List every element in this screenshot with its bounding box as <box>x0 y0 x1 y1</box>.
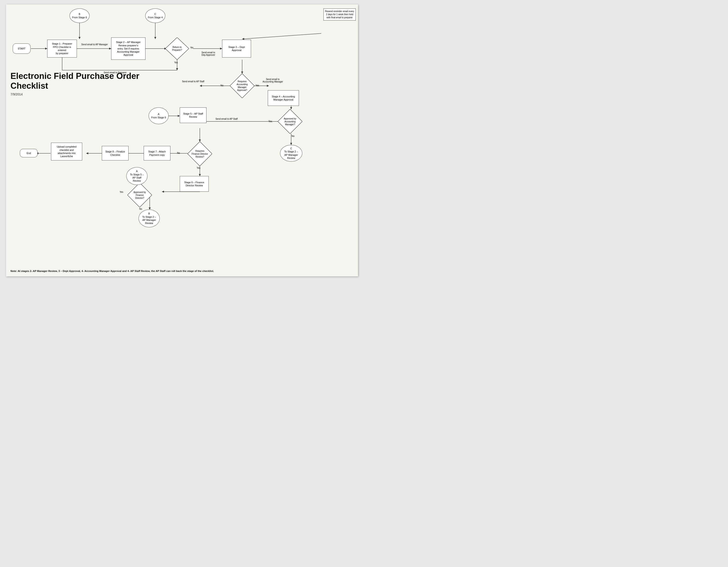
node-start: START <box>13 43 31 54</box>
label-no-approved-acct: No <box>292 135 294 137</box>
node-stage6: Stage 6 – FinanceDirector Review <box>180 176 209 192</box>
node-c-from-stage4: CFrom Stage 4 <box>145 8 165 23</box>
page: BFrom Stage 6 CFrom Stage 4 Resend remin… <box>6 4 358 276</box>
node-stage5: Stage 5 – AP StaffReview <box>180 107 207 123</box>
node-upload-laser: Upload completedchecklist andattachments… <box>51 143 82 160</box>
label-send-email-dep: Send email toDep Approver <box>196 51 221 56</box>
node-b-from-stage6: BFrom Stage 6 <box>70 8 90 23</box>
node-a-from-stage6: AFrom Stage 6 <box>149 107 169 124</box>
node-approved-acct: Approved byAccountingManager? <box>278 109 302 134</box>
label-no-return: No <box>190 46 193 49</box>
label-send-email-ap-staff1: Send email to AP Staff <box>180 80 207 83</box>
node-approved-findir: Approved byFinanceDirector? <box>127 183 152 207</box>
date-label: 7/9/2014 <box>10 92 139 96</box>
node-a-to-stage5: ATo Stage 5 –AP StaffReview <box>126 167 147 185</box>
node-stage3: Stage 3 – DeptApproval <box>222 40 251 57</box>
node-requires-findir: RequiresFinance DirectorReview? <box>188 141 212 166</box>
node-requires-acct: RequiresAccountingManagerApproval? <box>230 74 254 98</box>
label-no-findir-approved: No <box>139 208 142 210</box>
label-send-email-ap-mgr: Send email to AP Manager <box>80 43 110 46</box>
page-title: Electronic Field Purchase OrderChecklist <box>10 71 139 91</box>
note-block: Note: At stages 2- AP Manager Review, 3 … <box>10 270 354 272</box>
label-yes-findir: Yes <box>197 167 200 169</box>
label-send-email-acct: Send email toAccounting Manager <box>260 78 286 83</box>
node-stage2: Stage 2 – AP ManagerReview preparer'sent… <box>111 37 145 60</box>
node-end: End <box>20 149 38 157</box>
svg-line-26 <box>242 33 321 39</box>
label-no-findir: No <box>177 152 180 154</box>
label-no-acct: No <box>221 84 223 87</box>
label-yes-acct: Yes <box>256 84 259 87</box>
node-return-preparer: Return toPreparer? <box>165 37 189 60</box>
node-c-to-stage2: CTo Stage 2 –AP ManagerReview <box>280 145 302 161</box>
node-stage1: Stage 1 - PreparerFPO Checklist is enter… <box>47 40 77 57</box>
label-yes-findir-approved: Yes <box>120 191 123 193</box>
node-stage7: Stage 7 - AttachPayment copy <box>144 146 170 160</box>
node-stage8: Stage 8 – FinalizeChecklist <box>102 146 129 160</box>
label-yes-approved-acct: Yes <box>268 120 272 123</box>
reminder-box: Resend reminder email every 2 days for 1… <box>323 8 356 20</box>
label-yes-return: Yes <box>174 61 178 64</box>
label-send-email-ap-staff2: Send email to AP Staff <box>211 118 242 120</box>
title-block: Electronic Field Purchase OrderChecklist… <box>10 71 139 96</box>
node-b-to-stage2: BTo Stage 2 –AP ManagerReview <box>139 209 160 227</box>
node-stage4: Stage 4 – AccountingManager Approval <box>268 90 299 106</box>
